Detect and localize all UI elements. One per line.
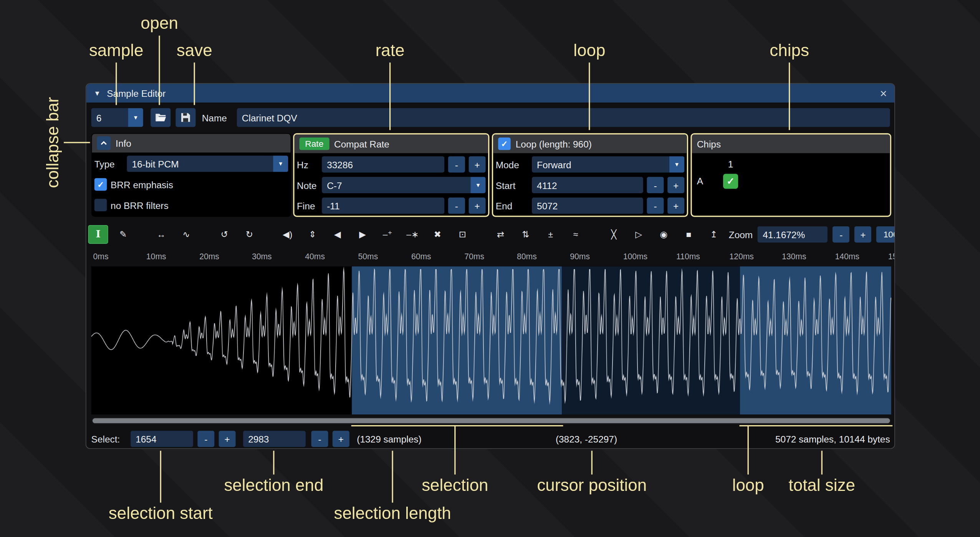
zoom-reset-button[interactable]: 100%: [876, 226, 895, 242]
annotation-loop-bottom: loop: [732, 476, 764, 495]
loop-end-increase-button[interactable]: +: [667, 197, 684, 214]
loop-start-input[interactable]: 4112: [532, 177, 643, 193]
normalize-button[interactable]: ⇕: [303, 225, 323, 244]
loop-mode-combo[interactable]: Forward ▼: [532, 156, 684, 172]
chevron-down-icon[interactable]: ▼: [471, 177, 486, 193]
annotation-cursor-position: cursor position: [537, 476, 647, 495]
check-icon: ✓: [501, 139, 508, 148]
waveform-canvas[interactable]: [91, 266, 891, 414]
chevron-up-icon: [100, 139, 108, 147]
create-wavetable-button[interactable]: ↥: [704, 225, 724, 244]
open-sample-button[interactable]: [151, 108, 171, 127]
zoom-out-button[interactable]: -: [833, 226, 849, 242]
fine-increase-button[interactable]: +: [469, 197, 486, 214]
hz-increase-button[interactable]: +: [469, 156, 486, 172]
insert-silence-button[interactable]: –⁺: [377, 225, 397, 244]
rate-body: Hz 33286 - + Note C-7 ▼ Fine -: [295, 153, 488, 217]
no-brr-filters-checkbox[interactable]: [94, 199, 107, 212]
ruler-label: 40ms: [305, 252, 325, 261]
delete-button[interactable]: ✖: [427, 225, 447, 244]
loop-start-increase-button[interactable]: +: [667, 177, 684, 193]
loop-header[interactable]: ✓ Loop (length: 960): [493, 134, 687, 153]
preview-sample-button[interactable]: ▷: [629, 225, 649, 244]
loop-start-decrease-button[interactable]: -: [647, 177, 664, 193]
sample-name-input[interactable]: Clarinet DQV: [237, 108, 890, 127]
hz-input[interactable]: 33286: [322, 156, 444, 172]
note-combo[interactable]: C-7 ▼: [322, 177, 485, 193]
loop-mode-value: Forward: [532, 156, 576, 172]
chevron-down-icon[interactable]: ▼: [128, 108, 143, 127]
hz-decrease-button[interactable]: -: [448, 156, 465, 172]
resample-icon: ∿: [182, 230, 190, 239]
save-sample-button[interactable]: [175, 108, 195, 127]
fine-input[interactable]: -11: [322, 197, 444, 214]
selection-start-input[interactable]: 1654: [131, 431, 193, 447]
fade-out-button[interactable]: ▶: [353, 225, 372, 244]
preview-from-cursor-button[interactable]: ◉: [654, 225, 674, 244]
redo-icon: ↻: [246, 230, 253, 239]
no-brr-filters-label: no BRR filters: [111, 200, 169, 210]
loop-checkbox[interactable]: ✓: [498, 138, 511, 150]
selection-end-increase-button[interactable]: +: [333, 431, 349, 447]
info-header[interactable]: Info: [92, 134, 291, 152]
waveform-view[interactable]: [91, 266, 891, 414]
collapse-bar-button[interactable]: [97, 136, 111, 150]
zoom-input[interactable]: 41.1672%: [758, 226, 828, 242]
ruler-label: 100ms: [623, 252, 648, 261]
chevron-down-icon[interactable]: ▼: [273, 156, 288, 172]
selection-start-decrease-button[interactable]: -: [197, 431, 214, 447]
loop-end-decrease-button[interactable]: -: [647, 197, 664, 214]
reverse-button[interactable]: ⇄: [491, 225, 511, 244]
selection-end-decrease-button[interactable]: -: [311, 431, 328, 447]
rate-panel: Rate Compat Rate Hz 33286 - + Note C-7: [293, 133, 489, 217]
loop-body: Mode Forward ▼ Start 4112 - + End: [493, 153, 687, 217]
undo-button[interactable]: ↺: [214, 225, 234, 244]
stop-preview-button[interactable]: ■: [679, 225, 699, 244]
waveform-scrollbar[interactable]: [91, 417, 891, 425]
loop-end-input[interactable]: 5072: [532, 197, 643, 214]
loop-start-value: 4112: [537, 180, 557, 191]
filter-button[interactable]: ≈: [566, 225, 586, 244]
annotation-line-cursor-position: [591, 451, 593, 474]
rate-header-label: Compat Rate: [334, 139, 389, 149]
chip-a-checkbox[interactable]: ✓: [723, 174, 738, 189]
redo-button[interactable]: ↻: [239, 225, 259, 244]
resize-button[interactable]: ↔: [151, 225, 171, 244]
fine-decrease-button[interactable]: -: [448, 197, 465, 214]
fade-in-button[interactable]: ◀: [328, 225, 348, 244]
edit-mode-draw-button[interactable]: ✎: [113, 225, 133, 244]
chevron-down-icon[interactable]: ▼: [669, 156, 684, 172]
crossfade-loop-button[interactable]: ╳: [604, 225, 624, 244]
ruler-label: 120ms: [729, 252, 754, 261]
sample-type-combo[interactable]: 16-bit PCM ▼: [127, 156, 288, 172]
annotation-line-total-size: [821, 451, 823, 474]
apply-silence-button[interactable]: –∗: [402, 225, 422, 244]
ruler-label: 0ms: [93, 252, 109, 261]
zoom-in-button[interactable]: +: [854, 226, 871, 242]
selection-length-text: (1329 samples): [357, 431, 421, 447]
invert-button[interactable]: ⇅: [516, 225, 536, 244]
scrollbar-handle[interactable]: [93, 418, 890, 423]
rate-header[interactable]: Rate Compat Rate: [295, 134, 488, 153]
window-collapse-icon[interactable]: ▼: [94, 90, 101, 97]
info-header-label: Info: [116, 138, 131, 149]
close-icon[interactable]: ×: [880, 87, 887, 99]
annotation-selection: selection: [422, 476, 488, 495]
brr-emphasis-checkbox[interactable]: ✓: [94, 178, 107, 191]
trim-button[interactable]: ⊡: [452, 225, 472, 244]
undo-icon: ↺: [221, 230, 228, 239]
hz-value: 33286: [327, 159, 353, 170]
time-ruler[interactable]: 0ms 10ms 20ms 30ms 40ms 50ms 60ms 70ms 8…: [91, 248, 894, 266]
sample-toolbar: I ✎ ↔ ∿ ↺ ↻ ◀) ⇕ ◀ ▶ –⁺ –∗ ✖ ⊡ ⇄ ⇅ ± ≈ ╳…: [86, 223, 894, 246]
select-label: Select:: [91, 431, 120, 447]
upload-icon: ↥: [710, 230, 717, 239]
flip-sign-button[interactable]: ±: [541, 225, 561, 244]
selection-start-increase-button[interactable]: +: [219, 431, 236, 447]
edit-mode-select-button[interactable]: I: [88, 225, 108, 244]
stop-icon: ■: [686, 230, 692, 239]
selection-end-input[interactable]: 2983: [243, 431, 306, 447]
sample-slot-combo[interactable]: 6 ▼: [91, 108, 143, 127]
annotation-line-selection-end: [273, 451, 274, 474]
amplify-button[interactable]: ◀): [278, 225, 298, 244]
resample-button[interactable]: ∿: [176, 225, 196, 244]
